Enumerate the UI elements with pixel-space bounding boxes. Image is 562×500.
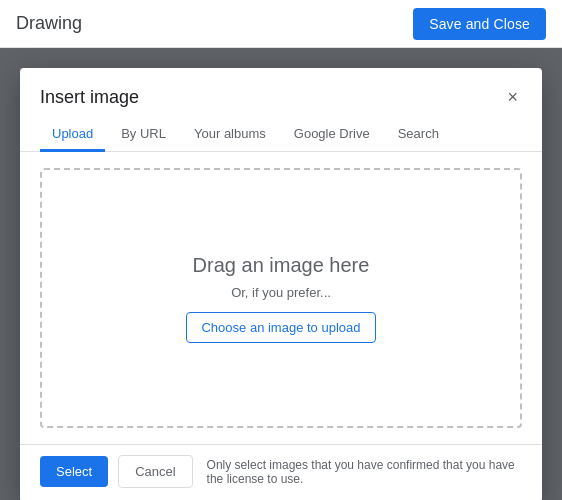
tab-your-albums[interactable]: Your albums: [182, 118, 278, 152]
dialog-close-button[interactable]: ×: [503, 84, 522, 110]
dialog-footer: Select Cancel Only select images that yo…: [20, 444, 542, 500]
tab-search[interactable]: Search: [386, 118, 451, 152]
background-area: Insert image × Upload By URL Your albums…: [0, 48, 562, 500]
drag-text: Drag an image here: [193, 254, 370, 277]
top-bar: Drawing Save and Close: [0, 0, 562, 48]
choose-image-button[interactable]: Choose an image to upload: [186, 312, 375, 343]
or-text: Or, if you prefer...: [231, 285, 331, 300]
tab-bar: Upload By URL Your albums Google Drive S…: [20, 110, 542, 152]
license-notice: Only select images that you have confirm…: [207, 458, 522, 486]
cancel-button[interactable]: Cancel: [118, 455, 192, 488]
tab-upload[interactable]: Upload: [40, 118, 105, 152]
tab-google-drive[interactable]: Google Drive: [282, 118, 382, 152]
dialog-header: Insert image ×: [20, 68, 542, 110]
app-title: Drawing: [16, 13, 82, 34]
tab-by-url[interactable]: By URL: [109, 118, 178, 152]
upload-drop-zone[interactable]: Drag an image here Or, if you prefer... …: [40, 168, 522, 428]
insert-image-dialog: Insert image × Upload By URL Your albums…: [20, 68, 542, 500]
save-close-button[interactable]: Save and Close: [413, 8, 546, 40]
select-button[interactable]: Select: [40, 456, 108, 487]
dialog-title: Insert image: [40, 87, 139, 108]
